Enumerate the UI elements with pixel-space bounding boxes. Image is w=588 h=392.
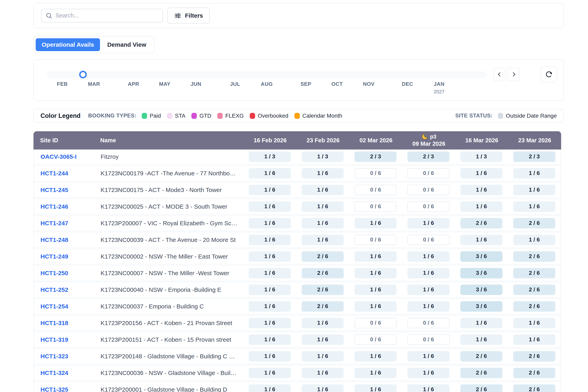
avail-cell[interactable]: 2 / 3 (513, 152, 555, 162)
avail-cell[interactable]: 1 / 6 (408, 368, 450, 378)
avail-cell[interactable]: 1 / 6 (354, 368, 396, 378)
avail-cell[interactable]: 1 / 3 (302, 152, 344, 162)
avail-cell[interactable]: 1 / 6 (249, 202, 291, 212)
avail-cell[interactable]: 2 / 6 (460, 384, 502, 392)
avail-cell[interactable]: 1 / 6 (354, 218, 396, 228)
avail-cell[interactable]: 1 / 6 (302, 235, 344, 245)
avail-cell[interactable]: 2 / 3 (408, 152, 450, 162)
site-id-link[interactable]: HCT1-324 (40, 370, 68, 376)
avail-cell[interactable]: 1 / 6 (408, 301, 450, 312)
avail-cell[interactable]: 1 / 6 (513, 202, 555, 212)
avail-cell[interactable]: 1 / 6 (513, 318, 555, 328)
avail-cell[interactable]: 3 / 6 (460, 284, 502, 295)
tab-operational-avails[interactable]: Operational Avails (36, 38, 100, 51)
avail-cell[interactable]: 1 / 6 (249, 268, 291, 278)
avail-cell[interactable]: 1 / 6 (354, 251, 396, 262)
avail-cell[interactable]: 1 / 6 (460, 318, 502, 328)
avail-cell[interactable]: 2 / 6 (513, 284, 555, 295)
search-input[interactable] (56, 12, 158, 19)
avail-cell[interactable]: 2 / 6 (302, 251, 344, 262)
avail-cell[interactable]: 1 / 6 (354, 351, 396, 362)
avail-cell[interactable]: 1 / 6 (354, 268, 396, 278)
avail-cell[interactable]: 1 / 6 (249, 368, 291, 378)
site-id-link[interactable]: HCT1-319 (40, 336, 68, 343)
avail-cell[interactable]: 2 / 6 (513, 268, 555, 278)
site-id-link[interactable]: HCT1-244 (40, 170, 68, 176)
avail-cell[interactable]: 2 / 3 (354, 152, 396, 162)
avail-cell[interactable]: 1 / 6 (354, 284, 396, 295)
avail-cell[interactable]: 0 / 6 (354, 334, 396, 345)
avail-cell[interactable]: 1 / 6 (249, 168, 291, 178)
avail-cell[interactable]: 1 / 6 (460, 235, 502, 245)
site-id-link[interactable]: HCT1-249 (40, 253, 68, 260)
avail-cell[interactable]: 1 / 6 (249, 284, 291, 295)
timeline-prev-button[interactable] (494, 68, 506, 81)
avail-cell[interactable]: 1 / 6 (302, 334, 344, 345)
avail-cell[interactable]: 1 / 6 (249, 218, 291, 228)
avail-cell[interactable]: 1 / 6 (513, 185, 555, 195)
timeline-slider-handle[interactable] (79, 71, 87, 78)
avail-cell[interactable]: 1 / 6 (354, 301, 396, 312)
site-id-link[interactable]: HCT1-248 (40, 236, 68, 243)
avail-cell[interactable]: 0 / 6 (354, 185, 396, 195)
avail-cell[interactable]: 1 / 6 (302, 368, 344, 378)
avail-cell[interactable]: 0 / 6 (408, 185, 450, 195)
avail-cell[interactable]: 0 / 6 (408, 334, 450, 345)
avail-cell[interactable]: 1 / 6 (302, 168, 344, 178)
avail-cell[interactable]: 1 / 6 (460, 168, 502, 178)
avail-cell[interactable]: 2 / 6 (513, 251, 555, 262)
avail-cell[interactable]: 0 / 6 (354, 202, 396, 212)
timeline-next-button[interactable] (508, 68, 520, 81)
search-box[interactable] (41, 9, 163, 22)
avail-cell[interactable]: 1 / 6 (302, 318, 344, 328)
site-id-link[interactable]: HCT1-247 (40, 220, 68, 226)
avail-cell[interactable]: 1 / 6 (249, 351, 291, 362)
avail-cell[interactable]: 2 / 6 (513, 301, 555, 312)
avail-cell[interactable]: 1 / 6 (460, 185, 502, 195)
avail-cell[interactable]: 1 / 6 (513, 168, 555, 178)
avail-cell[interactable]: 1 / 6 (249, 235, 291, 245)
avail-cell[interactable]: 0 / 6 (354, 235, 396, 245)
site-id-link[interactable]: OACV-3065-I (40, 153, 76, 160)
site-id-link[interactable]: HCT1-252 (40, 286, 68, 293)
avail-cell[interactable]: 1 / 6 (249, 384, 291, 392)
avail-cell[interactable]: 0 / 6 (408, 235, 450, 245)
avail-cell[interactable]: 1 / 6 (408, 384, 450, 392)
site-id-link[interactable]: HCT1-318 (40, 320, 68, 326)
avail-cell[interactable]: 3 / 6 (460, 301, 502, 312)
avail-cell[interactable]: 1 / 3 (460, 152, 502, 162)
avail-cell[interactable]: 1 / 6 (302, 185, 344, 195)
avail-cell[interactable]: 1 / 6 (302, 384, 344, 392)
avail-cell[interactable]: 1 / 6 (302, 218, 344, 228)
tab-demand-view[interactable]: Demand View (101, 38, 152, 51)
avail-cell[interactable]: 1 / 6 (354, 384, 396, 392)
site-id-link[interactable]: HCT1-323 (40, 353, 68, 360)
avail-cell[interactable]: 3 / 6 (460, 251, 502, 262)
avail-cell[interactable]: 1 / 6 (408, 268, 450, 278)
avail-cell[interactable]: 1 / 6 (513, 334, 555, 345)
avail-cell[interactable]: 2 / 6 (460, 351, 502, 362)
avail-cell[interactable]: 1 / 6 (249, 301, 291, 312)
filters-button[interactable]: Filters (167, 8, 210, 24)
avail-cell[interactable]: 1 / 6 (408, 284, 450, 295)
avail-cell[interactable]: 2 / 6 (460, 218, 502, 228)
avail-cell[interactable]: 1 / 6 (249, 185, 291, 195)
avail-cell[interactable]: 2 / 6 (302, 301, 344, 312)
avail-cell[interactable]: 1 / 6 (513, 235, 555, 245)
avail-cell[interactable]: 1 / 6 (460, 202, 502, 212)
avail-cell[interactable]: 0 / 6 (354, 168, 396, 178)
timeline-slider-track[interactable] (47, 72, 486, 78)
site-id-link[interactable]: HCT1-325 (40, 386, 68, 392)
avail-cell[interactable]: 1 / 6 (408, 251, 450, 262)
avail-cell[interactable]: 1 / 6 (249, 318, 291, 328)
site-id-link[interactable]: HCT1-254 (40, 303, 68, 310)
avail-cell[interactable]: 0 / 6 (408, 202, 450, 212)
avail-cell[interactable]: 2 / 6 (460, 368, 502, 378)
avail-cell[interactable]: 0 / 6 (354, 318, 396, 328)
avail-cell[interactable]: 1 / 6 (408, 351, 450, 362)
avail-cell[interactable]: 1 / 6 (302, 351, 344, 362)
avail-cell[interactable]: 2 / 6 (513, 368, 555, 378)
avail-cell[interactable]: 1 / 6 (460, 334, 502, 345)
site-id-link[interactable]: HCT1-246 (40, 203, 68, 210)
avail-cell[interactable]: 0 / 6 (408, 168, 450, 178)
